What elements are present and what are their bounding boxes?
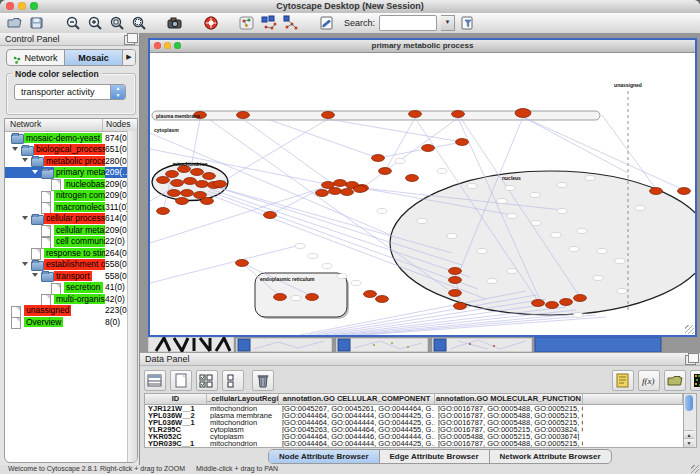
help-lifesaver-icon[interactable] xyxy=(202,15,220,31)
expand-arrow-icon[interactable] xyxy=(32,273,38,277)
matrix-icon[interactable] xyxy=(690,370,700,391)
tree-item[interactable]: mosaic-demo-yeast874(0) xyxy=(5,132,137,144)
node[interactable] xyxy=(354,186,367,193)
app-resize-grip[interactable] xyxy=(691,465,699,473)
table-row[interactable]: YKR052Ccytoplasm[GO:0044464, GO:0044446,… xyxy=(145,433,683,440)
node[interactable] xyxy=(157,177,170,184)
table-scrollbar[interactable]: ▲ ▼ xyxy=(683,393,697,448)
zoom-selected-icon[interactable] xyxy=(130,15,148,31)
node-unhighlighted[interactable] xyxy=(551,233,561,238)
node[interactable] xyxy=(449,268,462,275)
formula-builder-icon[interactable]: f(x) xyxy=(638,370,660,391)
view-resize-grip[interactable] xyxy=(685,325,694,334)
node[interactable] xyxy=(364,291,377,298)
layout-nodes-a-icon[interactable] xyxy=(260,15,278,31)
tree-item[interactable]: nitrogen compo209(0) xyxy=(5,190,137,202)
tab-edge-attribute-browser[interactable]: Edge Attribute Browser xyxy=(379,450,489,463)
node[interactable] xyxy=(181,190,194,197)
region-nucleus[interactable] xyxy=(390,171,695,315)
node-unhighlighted[interactable] xyxy=(437,169,447,174)
node[interactable] xyxy=(574,295,587,302)
expand-arrow-icon[interactable] xyxy=(22,158,28,162)
edge[interactable] xyxy=(332,307,566,335)
tree-item[interactable]: nucleobase-209(0) xyxy=(5,178,137,190)
edge[interactable] xyxy=(270,120,378,158)
node-unhighlighted[interactable] xyxy=(557,183,567,188)
float-panel-icon[interactable] xyxy=(124,35,135,45)
table-scrollbar-thumb[interactable] xyxy=(685,395,693,411)
title-bar[interactable]: Cytoscape Desktop (New Session) xyxy=(0,0,700,14)
tab-network[interactable]: Network xyxy=(7,50,64,65)
tree-item[interactable]: cell communicat22(0) xyxy=(5,236,137,248)
tree-item[interactable]: secretion41(0) xyxy=(5,282,137,294)
node-unhighlighted[interactable] xyxy=(593,276,603,281)
tree-item[interactable]: multi-organism pro42(0) xyxy=(5,293,137,305)
float-data-panel-icon[interactable] xyxy=(685,355,696,365)
node-unhighlighted[interactable] xyxy=(557,209,567,214)
edge[interactable] xyxy=(243,119,333,184)
node-unhighlighted[interactable] xyxy=(507,269,517,274)
open-session-icon[interactable] xyxy=(6,15,24,31)
zoom-out-icon[interactable] xyxy=(64,15,82,31)
expand-arrow-icon[interactable] xyxy=(32,170,38,174)
expand-arrow-icon[interactable] xyxy=(12,147,18,151)
node-unhighlighted[interactable] xyxy=(505,186,515,191)
node-unhighlighted[interactable] xyxy=(447,234,457,239)
node[interactable] xyxy=(176,198,189,205)
node[interactable] xyxy=(449,277,462,284)
node[interactable] xyxy=(203,173,216,180)
node-unhighlighted[interactable] xyxy=(295,244,305,249)
node-color-combobox[interactable]: transporter activity ▲▼ xyxy=(14,84,126,100)
node-unhighlighted[interactable] xyxy=(291,296,301,301)
node-unhighlighted[interactable] xyxy=(337,274,347,279)
node-unhighlighted[interactable] xyxy=(322,264,332,269)
node-unhighlighted[interactable] xyxy=(569,247,579,252)
node[interactable] xyxy=(449,290,462,297)
node-unhighlighted[interactable] xyxy=(530,193,540,198)
node[interactable] xyxy=(515,109,531,118)
node[interactable] xyxy=(166,171,179,178)
search-dropdown-arrow[interactable]: ▼ xyxy=(441,15,455,31)
node[interactable] xyxy=(376,296,389,303)
unselect-attributes-icon[interactable] xyxy=(222,370,244,391)
node[interactable] xyxy=(456,139,469,146)
node[interactable] xyxy=(650,188,663,195)
node[interactable] xyxy=(191,169,204,176)
node[interactable] xyxy=(322,112,335,119)
layout-nodes-b-icon[interactable] xyxy=(282,15,300,31)
expand-arrow-icon[interactable] xyxy=(22,216,28,220)
node-unhighlighted[interactable] xyxy=(577,229,587,234)
node[interactable] xyxy=(409,111,422,118)
tree-item[interactable]: cellular metabo209(0) xyxy=(5,224,137,236)
search-input[interactable] xyxy=(379,15,437,31)
node-unhighlighted[interactable] xyxy=(377,209,387,214)
delete-attribute-icon[interactable] xyxy=(252,370,274,391)
node[interactable] xyxy=(157,208,170,215)
node-unhighlighted[interactable] xyxy=(617,289,627,294)
tab-overflow-arrow[interactable]: ▶ xyxy=(122,50,135,65)
table-row[interactable]: YPL036W__1mitochondrion[GO:0044464, GO:0… xyxy=(145,419,683,426)
node[interactable] xyxy=(316,190,329,197)
tree-item[interactable]: establishment of lo558(0) xyxy=(5,259,137,271)
col-region[interactable]: _cellularLayoutRegion xyxy=(207,394,279,404)
node[interactable] xyxy=(201,198,214,205)
node-unhighlighted[interactable] xyxy=(477,249,487,254)
new-attribute-icon[interactable] xyxy=(170,370,192,391)
region-plasma-membrane[interactable] xyxy=(152,111,600,120)
node[interactable] xyxy=(236,260,249,267)
zoom-fit-icon[interactable] xyxy=(108,15,126,31)
node[interactable] xyxy=(406,175,419,182)
zoom-in-icon[interactable] xyxy=(86,15,104,31)
node[interactable] xyxy=(306,294,319,301)
network-canvas[interactable]: plasma membranecytoplasmmitochondrionnuc… xyxy=(150,53,695,335)
node-unhighlighted[interactable] xyxy=(417,219,427,224)
node[interactable] xyxy=(678,188,691,195)
save-session-icon[interactable] xyxy=(28,15,46,31)
network-view-title-bar[interactable]: primary metabolic process xyxy=(150,40,695,53)
table-row[interactable]: YPL036W__2plasma membrane[GO:0044464, GO… xyxy=(145,412,683,419)
node-unhighlighted[interactable] xyxy=(467,184,477,189)
select-attributes-icon[interactable] xyxy=(196,370,218,391)
tab-node-attribute-browser[interactable]: Node Attribute Browser xyxy=(269,450,379,463)
col-cellular-component[interactable]: annotation.GO CELLULAR_COMPONENT xyxy=(279,394,435,404)
edge[interactable] xyxy=(340,310,576,335)
